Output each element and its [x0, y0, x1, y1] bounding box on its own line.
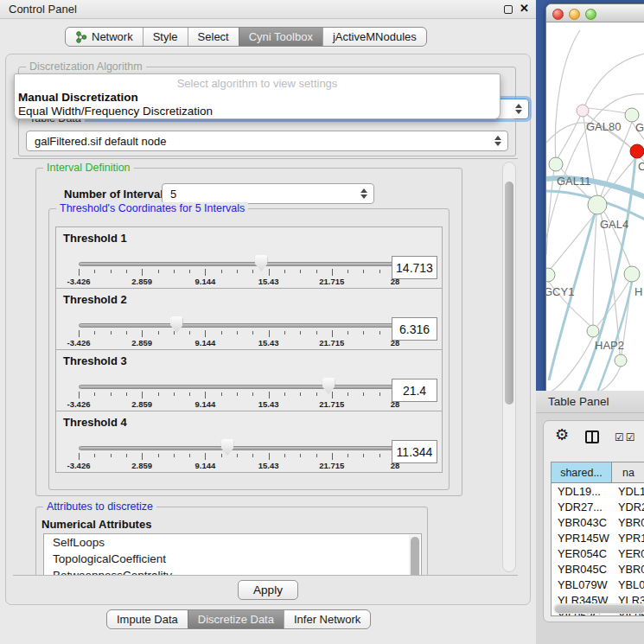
network-node-gal11[interactable]	[549, 157, 563, 171]
threshold-slider[interactable]: -3.4262.8599.14415.4321.71528	[79, 289, 395, 351]
threshold-slider[interactable]: -3.4262.8599.14415.4321.71528	[79, 350, 395, 412]
thresholds-title: Threshold's Coordinates for 5 Intervals	[56, 202, 248, 215]
table-row[interactable]: YDL19...YDL19	[552, 483, 644, 499]
close-icon[interactable]: ✕	[520, 2, 529, 15]
network-edge[interactable]	[555, 30, 580, 164]
slider-track[interactable]	[79, 262, 395, 266]
threshold-value-field[interactable]: 21.4	[392, 379, 437, 402]
algorithm-option[interactable]: Equal Width/Frequency Discretization	[15, 105, 500, 118]
slider-thumb[interactable]	[170, 316, 183, 333]
network-node-gal80[interactable]	[577, 105, 589, 117]
network-node-h[interactable]	[624, 266, 640, 282]
network-edge[interactable]	[558, 111, 583, 158]
number-of-intervals-combobox[interactable]: 5	[162, 183, 374, 204]
tab-discretize-data[interactable]: Discretize Data	[188, 610, 284, 628]
table-row[interactable]: YBR043CYBR043C	[552, 514, 644, 530]
cell-shared-name[interactable]: YPR145W	[552, 530, 612, 545]
network-node[interactable]	[615, 354, 627, 367]
threshold-value-field[interactable]: 11.344	[392, 440, 437, 463]
cell-name[interactable]: YER054C	[612, 545, 644, 561]
attribute-list-item[interactable]: BetweennessCentrality	[44, 567, 421, 576]
numerical-attributes-list[interactable]: SelfLoopsTopologicalCoefficientBetweenne…	[43, 533, 422, 576]
algorithm-dropdown-popup: Select algorithm to view settings Manual…	[14, 73, 501, 119]
column-header-name[interactable]: na	[612, 462, 644, 482]
cell-name[interactable]: YDL19	[612, 483, 644, 499]
checkbox-icons[interactable]: ☑☑	[615, 431, 637, 443]
slider-thumb[interactable]	[255, 255, 268, 271]
table-row[interactable]: YDR27...YDR27	[552, 499, 644, 514]
slider-tick	[379, 331, 380, 335]
tab-infer-network[interactable]: Infer Network	[284, 610, 370, 628]
slider-tick-label: 15.43	[258, 338, 279, 348]
algorithm-option[interactable]: Manual Discretization	[15, 91, 500, 105]
table-panel: ⚙ ☑☑ shared... na YDL19...YDL19YDR27...Y…	[543, 420, 644, 622]
slider-tick	[79, 453, 80, 460]
table-row[interactable]: YPR145WYPR145W	[552, 530, 644, 545]
network-edge[interactable]	[550, 337, 593, 392]
cell-name[interactable]: YBR043C	[612, 514, 644, 530]
minimize-traffic-light-icon[interactable]	[569, 9, 580, 20]
network-edge[interactable]	[589, 108, 626, 113]
network-edge[interactable]	[597, 367, 621, 392]
split-columns-icon[interactable]	[585, 430, 599, 443]
slider-tick	[379, 392, 380, 396]
slider-track[interactable]	[79, 323, 395, 328]
cell-shared-name[interactable]: YBR045C	[552, 561, 612, 577]
threshold-slider[interactable]: -3.4262.8599.14415.4321.71528	[79, 411, 395, 474]
zoom-traffic-light-icon[interactable]	[585, 9, 596, 20]
tab-style[interactable]: Style	[143, 28, 188, 46]
cell-name[interactable]: YDR27	[612, 499, 644, 514]
tab-jactivemnodules[interactable]: jActiveMNodules	[322, 28, 426, 46]
network-edge[interactable]	[593, 214, 596, 325]
tab-impute-data[interactable]: Impute Data	[107, 610, 188, 628]
slider-thumb[interactable]	[221, 439, 234, 456]
network-view-window[interactable]: GAL80GCGAL11GAL4GCY1HHAP2	[545, 3, 644, 392]
tab-network[interactable]: Network	[66, 28, 143, 46]
network-node-gal4[interactable]	[588, 195, 607, 214]
table-data-combobox[interactable]: galFiltered.sif default node	[26, 131, 508, 151]
network-edge[interactable]	[601, 214, 620, 354]
network-node-hap2[interactable]	[587, 325, 599, 337]
slider-tick	[94, 392, 95, 396]
slider-tick	[205, 453, 206, 460]
threshold-slider[interactable]: -3.4262.8599.14415.4321.71528	[79, 227, 395, 290]
slider-track[interactable]	[79, 385, 395, 389]
table-horizontal-scrollbar[interactable]	[553, 603, 644, 614]
slider-tick	[79, 392, 80, 399]
network-canvas[interactable]: GAL80GCGAL11GAL4GCY1HHAP2	[546, 22, 644, 392]
float-window-icon[interactable]	[504, 5, 513, 14]
settings-vertical-scrollbar[interactable]	[502, 162, 516, 572]
slider-tick	[300, 392, 301, 396]
network-node-gcy1[interactable]	[546, 268, 555, 282]
cell-shared-name[interactable]: YER054C	[552, 545, 612, 561]
network-node-g[interactable]	[625, 108, 639, 122]
slider-tick	[237, 270, 238, 273]
slider-tick-label: 2.859	[131, 461, 152, 470]
network-node-c[interactable]	[630, 144, 644, 158]
cell-shared-name[interactable]: YBL079W	[552, 577, 612, 593]
attribute-list-item[interactable]: SelfLoops	[44, 534, 421, 551]
slider-thumb[interactable]	[322, 378, 335, 394]
column-header-shared-name[interactable]: shared...	[552, 462, 612, 482]
network-window-titlebar[interactable]	[546, 4, 644, 22]
tab-select[interactable]: Select	[188, 28, 239, 46]
cell-shared-name[interactable]: YBR043C	[552, 514, 612, 530]
tab-label: Select	[198, 30, 229, 43]
gear-icon[interactable]: ⚙	[555, 427, 569, 443]
tab-cyni-toolbox[interactable]: Cyni Toolbox	[239, 28, 322, 46]
table-row[interactable]: YBL079WYBL079W	[552, 577, 644, 593]
cell-name[interactable]: YBR045C	[612, 561, 644, 577]
cell-shared-name[interactable]: YDR27...	[552, 499, 612, 514]
cell-shared-name[interactable]: YDL19...	[552, 483, 612, 499]
cell-name[interactable]: YPR145W	[612, 530, 644, 545]
cell-name[interactable]: YBL079W	[612, 577, 644, 593]
close-traffic-light-icon[interactable]	[552, 9, 564, 20]
apply-button[interactable]: Apply	[238, 580, 298, 600]
table-row[interactable]: YER054CYER054C	[552, 545, 644, 561]
attribute-list-item[interactable]: TopologicalCoefficient	[44, 551, 421, 567]
table-row[interactable]: YBR045CYBR045C	[552, 561, 644, 577]
slider-track[interactable]	[79, 446, 395, 450]
threshold-value-field[interactable]: 6.316	[392, 317, 437, 341]
attributes-scrollbar[interactable]	[409, 535, 420, 576]
threshold-value-field[interactable]: 14.713	[392, 256, 437, 279]
